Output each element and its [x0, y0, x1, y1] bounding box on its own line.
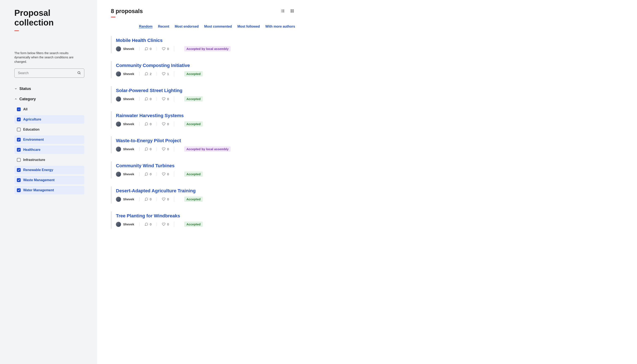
- proposal-author[interactable]: Shevek: [116, 172, 139, 177]
- proposal-title[interactable]: Tree Planting for Windbreaks: [116, 213, 295, 219]
- status-badge: Accepted by local assembly: [184, 146, 231, 152]
- likes-count: 0: [167, 147, 169, 151]
- category-label: Waste Management: [23, 178, 55, 182]
- category-item[interactable]: Infrastructure: [14, 156, 84, 164]
- proposal-status-cell: Accepted: [174, 196, 203, 202]
- search-input[interactable]: [14, 68, 84, 78]
- svg-rect-2: [18, 109, 20, 110]
- svg-rect-9: [291, 10, 292, 11]
- filter-hint: The form below filters the search result…: [14, 51, 84, 64]
- proposal-likes[interactable]: 0: [157, 47, 174, 50]
- comments-count: 0: [150, 198, 152, 201]
- proposal-author[interactable]: Shevek: [116, 222, 139, 227]
- proposal-comments[interactable]: 0: [139, 47, 157, 50]
- proposal-likes[interactable]: 1: [157, 72, 174, 76]
- proposal-comments[interactable]: 0: [139, 222, 157, 226]
- proposal-card: Community Composting InitiativeShevek21A…: [111, 61, 295, 78]
- proposal-title[interactable]: Solar-Powered Street Lighting: [116, 88, 295, 93]
- view-toggle: [280, 8, 295, 14]
- author-name: Shevek: [123, 222, 134, 226]
- likes-count: 0: [167, 222, 169, 226]
- checkbox-checked-icon: [17, 168, 21, 172]
- category-label: All: [23, 108, 28, 111]
- list-view-button[interactable]: [280, 8, 286, 14]
- proposal-likes[interactable]: 0: [157, 222, 174, 226]
- proposal-comments[interactable]: 2: [139, 72, 157, 76]
- comments-count: 2: [150, 72, 152, 76]
- category-label: Agriculture: [23, 118, 41, 121]
- likes-count: 0: [167, 198, 169, 201]
- proposal-author[interactable]: Shevek: [116, 197, 139, 202]
- proposal-author[interactable]: Shevek: [116, 96, 139, 102]
- category-label: Water Management: [23, 188, 54, 192]
- category-item[interactable]: Water Management: [14, 186, 84, 194]
- filter-header-category[interactable]: Category: [14, 97, 84, 101]
- proposal-likes[interactable]: 0: [157, 122, 174, 126]
- checkbox-checked-icon: [17, 188, 21, 192]
- proposal-card: Solar-Powered Street LightingShevek00Acc…: [111, 86, 295, 103]
- proposal-likes[interactable]: 0: [157, 97, 174, 101]
- status-badge: Accepted: [184, 196, 203, 202]
- category-item[interactable]: Renewable Energy: [14, 166, 84, 174]
- proposal-likes[interactable]: 0: [157, 172, 174, 176]
- proposal-card: Waste-to-Energy Pilot ProjectShevek00Acc…: [111, 136, 295, 153]
- proposal-list: Mobile Health ClinicsShevek00Accepted by…: [111, 36, 295, 228]
- chevron-up-icon: [14, 98, 17, 100]
- proposal-status-cell: Accepted: [174, 71, 203, 76]
- proposal-title[interactable]: Mobile Health Clinics: [116, 38, 295, 43]
- sort-tab[interactable]: Most followed: [237, 25, 260, 29]
- proposal-title[interactable]: Community Composting Initiative: [116, 63, 295, 68]
- author-name: Shevek: [123, 172, 134, 176]
- category-item[interactable]: Agriculture: [14, 115, 84, 124]
- proposal-comments[interactable]: 0: [139, 97, 157, 101]
- proposal-author[interactable]: Shevek: [116, 122, 139, 126]
- heart-icon: [162, 222, 166, 226]
- sort-tab[interactable]: Random: [139, 25, 152, 29]
- proposal-meta: Shevek00Accepted: [116, 121, 295, 126]
- proposal-author[interactable]: Shevek: [116, 72, 139, 76]
- category-item[interactable]: All: [14, 105, 84, 114]
- avatar: [116, 72, 121, 76]
- proposal-title[interactable]: Waste-to-Energy Pilot Project: [116, 138, 295, 144]
- grid-view-button[interactable]: [289, 8, 295, 14]
- proposal-comments[interactable]: 0: [139, 147, 157, 151]
- likes-count: 0: [167, 97, 169, 101]
- comments-count: 0: [150, 97, 152, 101]
- category-list: AllAgricultureEducationEnvironmentHealth…: [14, 105, 84, 194]
- avatar: [116, 46, 121, 52]
- heart-icon: [162, 72, 166, 76]
- sort-tab[interactable]: Most commented: [204, 25, 232, 29]
- category-item[interactable]: Education: [14, 125, 84, 134]
- sort-tab[interactable]: Most endorsed: [175, 25, 199, 29]
- category-label: Environment: [23, 138, 44, 142]
- category-item[interactable]: Waste Management: [14, 176, 84, 184]
- proposal-comments[interactable]: 0: [139, 172, 157, 176]
- avatar: [116, 96, 121, 102]
- comments-icon: [145, 72, 148, 76]
- heart-icon: [162, 47, 166, 50]
- proposal-likes[interactable]: 0: [157, 198, 174, 201]
- search-button[interactable]: [76, 70, 82, 76]
- comments-icon: [145, 97, 148, 101]
- proposal-likes[interactable]: 0: [157, 147, 174, 151]
- category-item[interactable]: Environment: [14, 136, 84, 144]
- svg-point-7: [281, 12, 282, 12]
- proposal-comments[interactable]: 0: [139, 122, 157, 126]
- category-item[interactable]: Healthcare: [14, 146, 84, 154]
- proposal-author[interactable]: Shevek: [116, 46, 139, 52]
- page-title: Proposal collection: [14, 8, 84, 28]
- proposal-title[interactable]: Rainwater Harvesting Systems: [116, 113, 295, 118]
- proposal-meta: Shevek00Accepted: [116, 172, 295, 177]
- proposal-status-cell: Accepted: [174, 121, 203, 126]
- likes-count: 1: [167, 72, 169, 76]
- sort-tab[interactable]: Recent: [158, 25, 169, 29]
- main-content: 8 proposals RandomRecentMost endorsedMos…: [97, 0, 308, 364]
- proposal-title[interactable]: Desert-Adapted Agriculture Training: [116, 188, 295, 194]
- proposal-title[interactable]: Community Wind Turbines: [116, 163, 295, 168]
- proposal-comments[interactable]: 0: [139, 198, 157, 201]
- sort-tab[interactable]: With more authors: [265, 25, 295, 29]
- svg-rect-10: [292, 10, 294, 11]
- avatar: [116, 172, 121, 177]
- filter-header-status[interactable]: Status: [14, 86, 84, 91]
- proposal-author[interactable]: Shevek: [116, 146, 139, 152]
